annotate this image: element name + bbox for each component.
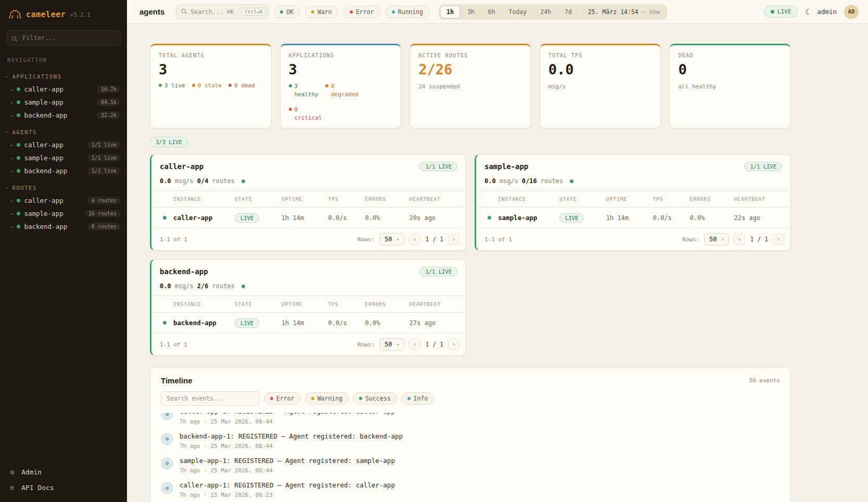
page-indicator: 1 / 1 — [750, 236, 768, 243]
col-tps: TPS — [653, 196, 690, 202]
global-search[interactable]: Ctrl+K — [176, 4, 269, 19]
tps-value: 0.0 — [160, 282, 171, 290]
sidebar-spacer — [0, 233, 127, 463]
filter-chip-error[interactable]: Error — [343, 6, 380, 18]
section-header-applications[interactable]: ▾ APPLICATIONS — [0, 70, 127, 83]
cell-uptime: 1h 14m — [282, 214, 328, 222]
sidebar-filter — [6, 30, 121, 46]
app-logo[interactable]: cameleer v3.2.1 — [0, 0, 127, 25]
live-dot-icon — [241, 179, 245, 183]
next-page-button[interactable]: › — [773, 234, 784, 245]
sidebar-item-agents-backend-app[interactable]: ▸ backend-app 1/1 live — [0, 164, 127, 177]
nav-item-badge: 1/1 live — [87, 154, 121, 162]
timeline-chip-warning[interactable]: Warning — [305, 392, 349, 405]
timeline-card: Timeline 50 events Error Warning — [150, 367, 791, 502]
avatar[interactable]: AD — [844, 5, 859, 19]
routes-value: 0/16 — [522, 177, 537, 185]
substat-live: 3 live — [159, 82, 185, 89]
sidebar-item-api-docs[interactable]: ≡ API Docs — [8, 484, 119, 492]
timeline-filters: Error Warning Success Info — [150, 391, 790, 413]
rows-per-page-select[interactable]: 50 ▾ — [379, 233, 404, 246]
timeline-chip-success[interactable]: Success — [353, 392, 397, 405]
rows-label: Rows: — [358, 341, 375, 348]
range-button-24h[interactable]: 24h — [534, 6, 557, 18]
status-dot — [488, 216, 491, 220]
range-button-7d[interactable]: 7d — [558, 6, 578, 18]
nav-item-label: sample-app — [24, 98, 63, 106]
topbar: agents Ctrl+K OK Warn Error Running 1h 3… — [127, 0, 868, 24]
range-button-3h[interactable]: 3h — [461, 6, 481, 18]
page-title: agents — [139, 7, 164, 16]
nav-item-badge: 84.1k — [97, 98, 121, 106]
sidebar-item-agents-caller-app[interactable]: ▸ caller-app 1/1 live — [0, 138, 127, 151]
sidebar-item-admin[interactable]: ⚙ Admin — [8, 468, 119, 476]
agent-card-stats: 0.0 msg/s 0/4 routes — [151, 175, 466, 191]
event-text: caller-app-1: REGISTERED — Agent registe… — [180, 413, 395, 416]
filter-chip-warn[interactable]: Warn — [305, 6, 338, 18]
chip-label: Warn — [317, 8, 332, 16]
agent-card-backend-app: backend-app 1/1 LIVE 0.0 msg/s 2/6 route… — [150, 259, 466, 356]
chevron-down-icon: ▾ — [397, 237, 400, 242]
timeline-event[interactable]: ⚙ caller-app-1: REGISTERED — Agent regis… — [161, 413, 780, 424]
nav-item-label: caller-app — [24, 197, 63, 204]
chip-label: Success — [365, 395, 390, 402]
next-page-button[interactable]: › — [448, 339, 459, 350]
sidebar-item-routes-backend-app[interactable]: ▸ backend-app 6 routes — [0, 220, 127, 233]
docs-icon: ≡ — [8, 484, 16, 492]
user-name[interactable]: admin — [817, 8, 837, 16]
rows-per-page-select[interactable]: 50 ▾ — [379, 338, 404, 351]
status-dot — [17, 113, 20, 117]
green-dot — [289, 84, 292, 87]
status-dot — [17, 143, 20, 147]
nav-item-label: sample-app — [24, 154, 63, 162]
timeline-chip-error[interactable]: Error — [264, 392, 301, 405]
timeline-event[interactable]: ⚙ backend-app-1: REGISTERED — Agent regi… — [161, 432, 780, 449]
table-row[interactable]: caller-app LIVE 1h 14m 0.0/s 0.0% 20s ag… — [151, 208, 466, 228]
col-heartbeat: HEARTBEAT — [734, 196, 783, 202]
sidebar-item-routes-caller-app[interactable]: ▸ caller-app 4 routes — [0, 194, 127, 207]
sidebar-filter-input[interactable] — [6, 30, 121, 46]
table-row[interactable]: backend-app LIVE 1h 14m 0.0/s 0.0% 27s a… — [151, 313, 466, 333]
timeline-search-input[interactable] — [161, 391, 260, 406]
cell-instance: sample-app — [498, 214, 559, 222]
prev-page-button[interactable]: ‹ — [734, 234, 745, 245]
substat-healthy: 3healthy — [289, 82, 318, 99]
event-time: 7h ago · 25 Mar 2026, 08:44 — [180, 443, 403, 449]
stat-card-total-tps: TOTAL TPS 0.0 msg/s — [540, 44, 661, 128]
range-button-1h[interactable]: 1h — [440, 6, 460, 18]
timeline-event[interactable]: ⚙ sample-app-1: REGISTERED — Agent regis… — [161, 457, 780, 474]
sidebar-item-applications-backend-app[interactable]: ▸ backend-app 32.2k — [0, 109, 127, 122]
app-name: cameleer — [26, 10, 66, 19]
error-dot-icon — [350, 10, 353, 14]
timeline-event[interactable]: ⚙ caller-app-1: REGISTERED — Agent regis… — [161, 481, 780, 498]
chevron-down-icon: ▾ — [5, 186, 8, 190]
sidebar-item-routes-sample-app[interactable]: ▸ sample-app 16 routes — [0, 207, 127, 220]
sidebar-item-applications-caller-app[interactable]: ▸ caller-app 10.7k — [0, 83, 127, 96]
stat-value: 3 — [289, 62, 393, 78]
dark-mode-toggle-moon-icon[interactable]: ☾ — [805, 7, 810, 17]
range-button-6h[interactable]: 6h — [482, 6, 502, 18]
prev-page-button[interactable]: ‹ — [409, 234, 420, 245]
table-row[interactable]: sample-app LIVE 1h 14m 0.0/s 0.0% 22s ag… — [476, 208, 790, 228]
sidebar-item-agents-sample-app[interactable]: ▸ sample-app 1/1 live — [0, 151, 127, 164]
section-header-routes[interactable]: ▾ ROUTES — [0, 182, 127, 194]
filter-chip-running[interactable]: Running — [386, 6, 429, 18]
gear-icon: ⚙ — [8, 468, 16, 476]
rows-per-page-select[interactable]: 50 ▾ — [704, 233, 729, 246]
filter-chip-ok[interactable]: OK — [274, 6, 300, 18]
live-status-chip[interactable]: LIVE — [764, 6, 798, 18]
nav-item-badge: 32.2k — [97, 111, 121, 119]
timeline-events-viewport[interactable]: ⚙ caller-app-1: REGISTERED — Agent regis… — [161, 413, 780, 502]
substat-num: 3 — [295, 82, 318, 91]
section-header-agents[interactable]: ▾ AGENTS — [0, 126, 127, 138]
event-gear-icon: ⚙ — [161, 413, 173, 420]
next-page-button[interactable]: › — [448, 234, 459, 245]
sidebar-item-applications-sample-app[interactable]: ▸ sample-app 84.1k — [0, 96, 127, 109]
chevron-right-icon: ▸ — [10, 100, 13, 105]
agent-card-title: sample-app — [484, 162, 528, 171]
global-search-input[interactable] — [190, 8, 238, 16]
timeline-chip-info[interactable]: Info — [401, 392, 435, 405]
stat-label: APPLICATIONS — [289, 53, 393, 58]
prev-page-button[interactable]: ‹ — [409, 339, 420, 350]
range-button-today[interactable]: Today — [503, 6, 533, 18]
